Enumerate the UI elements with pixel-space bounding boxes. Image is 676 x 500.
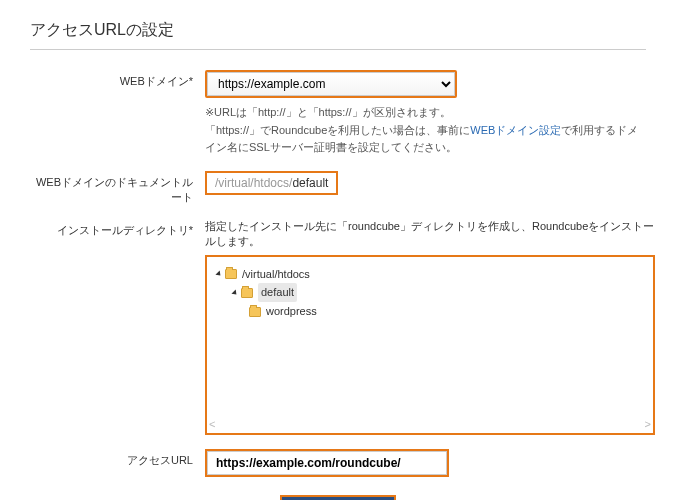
domain-help: ※URLは「http://」と「https://」が区別されます。 「https…	[205, 104, 646, 157]
tree-default-label: default	[258, 283, 297, 302]
tree-root[interactable]: /virtual/htdocs	[217, 265, 643, 284]
folder-icon	[241, 288, 253, 298]
help-line2a: 「https://」でRoundcubeを利用したい場合は、事前に	[205, 124, 470, 136]
domain-label: WEBドメイン*	[30, 70, 205, 89]
help-line1: ※URLは「http://」と「https://」が区別されます。	[205, 106, 451, 118]
folder-icon	[249, 307, 261, 317]
installdir-label: インストールディレクトリ*	[30, 219, 205, 238]
docroot-bold: default	[292, 176, 328, 190]
docroot-gray: /virtual/htdocs/	[215, 176, 292, 190]
tree-root-label: /virtual/htdocs	[242, 265, 310, 284]
docroot-label: WEBドメインのドキュメントルート	[30, 171, 205, 205]
tree-default[interactable]: default	[233, 283, 643, 302]
tree-wordpress-label: wordpress	[266, 302, 317, 321]
accessurl-input[interactable]	[207, 451, 447, 475]
directory-tree[interactable]: /virtual/htdocs default wordpress < >	[205, 255, 655, 435]
expand-arrow-icon[interactable]	[215, 271, 222, 278]
expand-arrow-icon[interactable]	[231, 289, 238, 296]
web-domain-settings-link[interactable]: WEBドメイン設定	[470, 124, 561, 136]
domain-select-wrap: https://example.com	[205, 70, 457, 98]
tree-wordpress[interactable]: wordpress	[249, 302, 643, 321]
install-button-wrap: インストール	[280, 495, 396, 500]
tree-scrollbar[interactable]: < >	[209, 417, 651, 431]
installdir-desc: 指定したインストール先に「roundcube」ディレクトリを作成し、Roundc…	[205, 219, 655, 249]
accessurl-label: アクセスURL	[30, 449, 205, 468]
domain-select[interactable]: https://example.com	[207, 72, 455, 96]
scroll-left-icon[interactable]: <	[209, 418, 215, 430]
accessurl-wrap	[205, 449, 449, 477]
page-title: アクセスURLの設定	[30, 20, 646, 50]
folder-icon	[225, 269, 237, 279]
scroll-right-icon[interactable]: >	[645, 418, 651, 430]
docroot-box: /virtual/htdocs/default	[205, 171, 338, 195]
